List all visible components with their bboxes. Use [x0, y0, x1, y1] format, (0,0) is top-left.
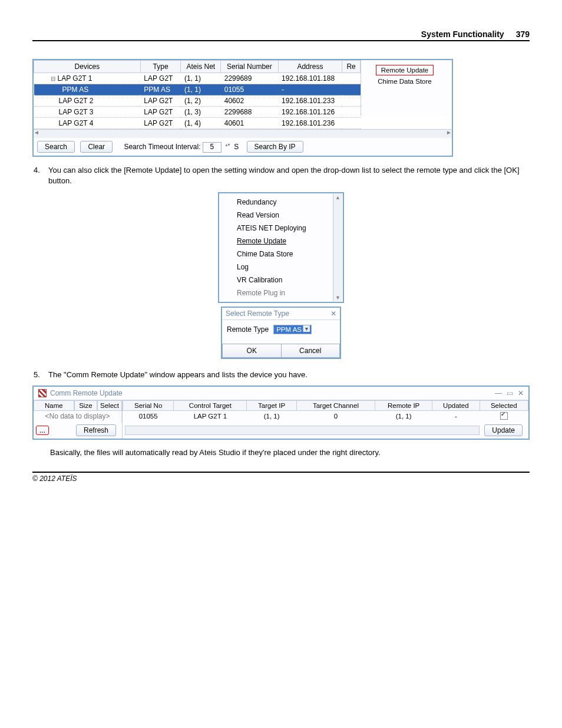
col-size[interactable]: Size [74, 400, 97, 411]
menu-item[interactable]: Log [219, 261, 343, 274]
interval-unit: S [234, 143, 239, 151]
target-row[interactable]: 01055 LAP G2T 1 (1, 1) 0 (1, 1) - [123, 410, 528, 422]
close-icon[interactable]: ✕ [518, 389, 524, 397]
files-panel: Name Size Select <No data to display> ..… [34, 400, 123, 439]
remote-type-label: Remote Type [227, 325, 269, 334]
table-row[interactable]: ⊟LAP G2T 1 LAP G2T (1, 1) 2299689 192.16… [34, 73, 361, 84]
remote-type-combobox[interactable]: PPM AS [273, 325, 312, 334]
header-title: System Functionality [421, 29, 504, 39]
menu-item[interactable]: Chime Data Store [219, 248, 343, 261]
cancel-button[interactable]: Cancel [281, 344, 340, 358]
page-number: 379 [516, 29, 530, 39]
menu-item[interactable]: Remote Plug in [219, 286, 343, 299]
comm-remote-update-window: Comm Remote Update — ▭ ✕ Name Size Selec… [32, 386, 530, 440]
dialog-title: Select Remote Type [226, 309, 289, 318]
refresh-button[interactable]: Refresh [76, 424, 116, 436]
device-name: LAP G2T 4 [59, 119, 94, 127]
window-title: Comm Remote Update [50, 389, 123, 397]
search-by-ip-button[interactable]: Search By IP [247, 141, 303, 153]
interval-label: Search Timeout Interval: [124, 143, 200, 151]
browse-button[interactable]: ... [36, 426, 49, 435]
selected-checkbox[interactable] [500, 412, 508, 420]
step-text: The "Comm Remote Update" window appears … [48, 370, 530, 380]
col-serial[interactable]: Serial Number [221, 61, 278, 73]
device-search-window: Devices Type Ateis Net Serial Number Add… [32, 59, 453, 157]
table-row[interactable]: LAP G2T 4 LAP G2T (1, 4) 40601 192.168.1… [34, 118, 361, 129]
col-target-ip[interactable]: Target IP [247, 400, 296, 410]
horizontal-scrollbar[interactable] [125, 426, 480, 435]
col-ateis-net[interactable]: Ateis Net [181, 61, 221, 73]
remote-update-link[interactable]: Remote Update [376, 65, 434, 75]
maximize-icon[interactable]: ▭ [507, 389, 513, 397]
chime-data-store-link[interactable]: Chime Data Store [361, 78, 448, 85]
col-devices[interactable]: Devices [34, 61, 141, 73]
step-number: 5. [32, 370, 48, 380]
ok-button[interactable]: OK [222, 344, 281, 358]
col-re[interactable]: Re [342, 61, 361, 73]
table-row-selected[interactable]: PPM AS PPM AS (1, 1) 01055 - [34, 84, 361, 95]
search-button[interactable]: Search [37, 141, 75, 153]
document-header: System Functionality 379 [32, 29, 530, 41]
update-button[interactable]: Update [484, 424, 523, 436]
menu-item-remote-update[interactable]: Remote Update [219, 235, 343, 248]
col-updated[interactable]: Updated [432, 400, 480, 410]
close-icon[interactable]: ✕ [330, 309, 336, 318]
step-text: You can also click the [Remote Update] t… [48, 165, 530, 186]
side-action-panel: Remote Update Chime Data Store [361, 60, 448, 116]
closing-text: Basically, the files will automatically … [32, 448, 530, 457]
device-search-footer: Search Clear Search Timeout Interval: 5 … [34, 138, 452, 156]
col-selected[interactable]: Selected [480, 400, 528, 410]
menu-scrollbar[interactable] [333, 194, 342, 301]
targets-panel: Serial No Control Target Target IP Targe… [123, 400, 528, 439]
document-footer: © 2012 ATEÏS [32, 472, 530, 483]
select-remote-type-dialog: Select Remote Type ✕ Remote Type PPM AS … [221, 307, 341, 359]
table-row[interactable]: LAP G2T 3 LAP G2T (1, 3) 2299688 192.168… [34, 107, 361, 118]
horizontal-scrollbar[interactable] [34, 129, 452, 138]
step-number: 4. [32, 165, 48, 186]
col-type[interactable]: Type [140, 61, 181, 73]
app-logo-icon [38, 389, 47, 397]
col-target-channel[interactable]: Target Channel [296, 400, 375, 410]
menu-item[interactable]: ATEIS NET Deploying [219, 222, 343, 235]
minimize-icon[interactable]: — [495, 389, 502, 397]
col-serial-no[interactable]: Serial No [123, 400, 174, 410]
action-menu: Redundancy Read Version ATEIS NET Deploy… [218, 192, 344, 303]
col-address[interactable]: Address [278, 61, 342, 73]
col-select[interactable]: Select [97, 400, 122, 411]
clear-button[interactable]: Clear [80, 141, 113, 153]
interval-spinner[interactable]: 5 [203, 142, 222, 153]
col-control-target[interactable]: Control Target [174, 400, 247, 410]
device-name: LAP G2T 3 [59, 108, 94, 116]
col-name[interactable]: Name [34, 400, 74, 411]
menu-item[interactable]: Read Version [219, 209, 343, 222]
menu-item[interactable]: Redundancy [219, 196, 343, 209]
col-remote-ip[interactable]: Remote IP [375, 400, 432, 410]
table-row[interactable]: LAP G2T 2 LAP G2T (1, 2) 40602 192.168.1… [34, 95, 361, 107]
files-empty-text: <No data to display> [34, 411, 122, 422]
device-name: PPM AS [62, 85, 89, 94]
device-name: LAP G2T 2 [59, 97, 94, 105]
device-name: LAP G2T 1 [58, 74, 92, 83]
device-table: Devices Type Ateis Net Serial Number Add… [34, 60, 361, 129]
menu-item[interactable]: VR Calibration [219, 274, 343, 286]
